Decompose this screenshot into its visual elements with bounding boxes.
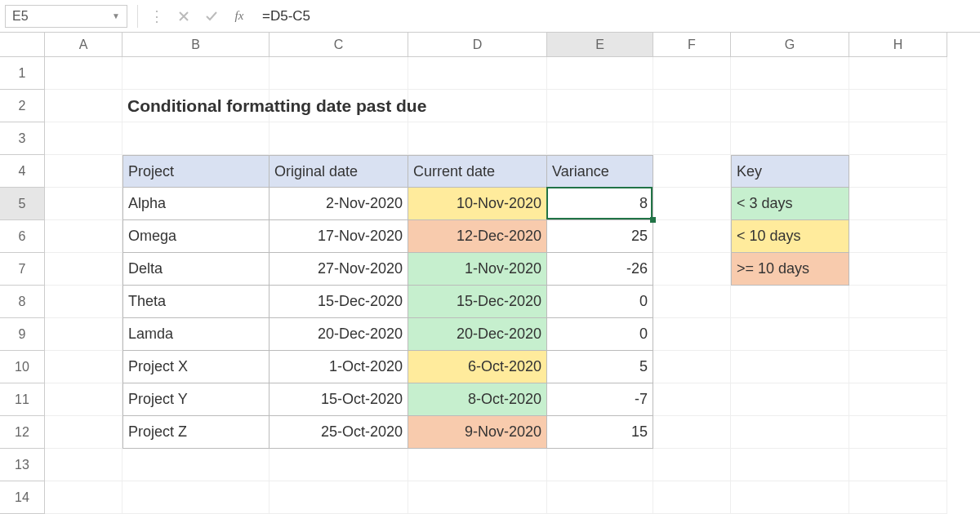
cell-A14[interactable] [45, 481, 122, 514]
cell-D2[interactable] [408, 90, 547, 122]
cell-F4[interactable] [653, 155, 731, 188]
table-row-variance[interactable]: 0 [547, 286, 653, 318]
column-header-H[interactable]: H [849, 33, 947, 57]
column-header-A[interactable]: A [45, 33, 122, 57]
table-row-original-date[interactable]: 2-Nov-2020 [270, 188, 408, 220]
row-header-12[interactable]: 12 [0, 416, 45, 449]
cell-D14[interactable] [408, 481, 547, 514]
cell-F11[interactable] [653, 383, 731, 416]
cell-H4[interactable] [849, 155, 947, 188]
cancel-icon[interactable] [172, 5, 195, 28]
chevron-down-icon[interactable]: ▼ [112, 11, 120, 20]
cell-F5[interactable] [653, 188, 731, 220]
table-row-original-date[interactable]: 1-Oct-2020 [270, 351, 408, 383]
table-row-original-date[interactable]: 15-Dec-2020 [270, 286, 408, 318]
cell-F14[interactable] [653, 481, 731, 514]
cell-G2[interactable] [731, 90, 849, 122]
cell-G1[interactable] [731, 57, 849, 90]
cell-C1[interactable] [270, 57, 408, 90]
cell-E2[interactable] [547, 90, 653, 122]
table-row-current-date[interactable]: 8-Oct-2020 [408, 383, 547, 416]
column-header-D[interactable]: D [408, 33, 547, 57]
table-row-original-date[interactable]: 17-Nov-2020 [270, 220, 408, 253]
table-row-project[interactable]: Theta [122, 286, 270, 318]
cell-B14[interactable] [122, 481, 270, 514]
formula-input[interactable]: =D5-C5 [256, 5, 975, 28]
row-header-1[interactable]: 1 [0, 57, 45, 90]
select-all-corner[interactable] [0, 33, 45, 57]
column-header-F[interactable]: F [653, 33, 731, 57]
cell-F10[interactable] [653, 351, 731, 383]
row-header-3[interactable]: 3 [0, 122, 45, 155]
key-row[interactable]: < 3 days [731, 188, 849, 220]
row-header-11[interactable]: 11 [0, 383, 45, 416]
cell-A1[interactable] [45, 57, 122, 90]
name-box[interactable]: E5 ▼ [5, 5, 127, 28]
cell-D1[interactable] [408, 57, 547, 90]
column-header-B[interactable]: B [122, 33, 270, 57]
cell-E13[interactable] [547, 449, 653, 481]
table-row-project[interactable]: Project X [122, 351, 270, 383]
cell-H2[interactable] [849, 90, 947, 122]
cell-D3[interactable] [408, 122, 547, 155]
table-row-current-date[interactable]: 12-Dec-2020 [408, 220, 547, 253]
cell-H12[interactable] [849, 416, 947, 449]
table-row-current-date[interactable]: 6-Oct-2020 [408, 351, 547, 383]
cell-F3[interactable] [653, 122, 731, 155]
cell-D13[interactable] [408, 449, 547, 481]
key-row[interactable]: >= 10 days [731, 253, 849, 286]
table-row-current-date[interactable]: 20-Dec-2020 [408, 318, 547, 351]
table-row-variance[interactable]: 25 [547, 220, 653, 253]
row-header-4[interactable]: 4 [0, 155, 45, 188]
cell-F9[interactable] [653, 318, 731, 351]
table-header-current-date[interactable]: Current date [408, 155, 547, 188]
cell-F6[interactable] [653, 220, 731, 253]
table-row-project[interactable]: Project Y [122, 383, 270, 416]
cell-C14[interactable] [270, 481, 408, 514]
cell-G10[interactable] [731, 351, 849, 383]
cell-H11[interactable] [849, 383, 947, 416]
enter-check-icon[interactable] [200, 5, 223, 28]
table-row-project[interactable]: Project Z [122, 416, 270, 449]
cell-B1[interactable] [122, 57, 270, 90]
fill-handle[interactable] [650, 217, 656, 223]
row-header-13[interactable]: 13 [0, 449, 45, 481]
cell-G11[interactable] [731, 383, 849, 416]
table-row-project[interactable]: Lamda [122, 318, 270, 351]
cell-grid[interactable]: Conditional formatting date past dueProj… [45, 57, 947, 514]
table-header-original-date[interactable]: Original date [270, 155, 408, 188]
key-header[interactable]: Key [731, 155, 849, 188]
table-row-original-date[interactable]: 20-Dec-2020 [270, 318, 408, 351]
cell-H14[interactable] [849, 481, 947, 514]
table-header-project[interactable]: Project [122, 155, 270, 188]
cell-H6[interactable] [849, 220, 947, 253]
cell-C13[interactable] [270, 449, 408, 481]
table-row-variance[interactable]: 0 [547, 318, 653, 351]
cell-H1[interactable] [849, 57, 947, 90]
cell-E1[interactable] [547, 57, 653, 90]
table-row-current-date[interactable]: 9-Nov-2020 [408, 416, 547, 449]
drag-handle-icon[interactable]: ⋮ [148, 7, 167, 25]
table-row-variance[interactable]: -26 [547, 253, 653, 286]
row-header-8[interactable]: 8 [0, 286, 45, 318]
cell-A5[interactable] [45, 188, 122, 220]
column-header-C[interactable]: C [270, 33, 408, 57]
fx-icon[interactable]: fx [228, 5, 251, 28]
cell-A2[interactable] [45, 90, 122, 122]
cell-G3[interactable] [731, 122, 849, 155]
cell-C3[interactable] [270, 122, 408, 155]
row-header-5[interactable]: 5 [0, 188, 45, 220]
table-row-project[interactable]: Omega [122, 220, 270, 253]
cell-H5[interactable] [849, 188, 947, 220]
row-header-7[interactable]: 7 [0, 253, 45, 286]
cell-F12[interactable] [653, 416, 731, 449]
cell-H10[interactable] [849, 351, 947, 383]
cell-B13[interactable] [122, 449, 270, 481]
cell-A6[interactable] [45, 220, 122, 253]
cell-A10[interactable] [45, 351, 122, 383]
table-row-original-date[interactable]: 25-Oct-2020 [270, 416, 408, 449]
row-header-2[interactable]: 2 [0, 90, 45, 122]
cell-A7[interactable] [45, 253, 122, 286]
cell-F7[interactable] [653, 253, 731, 286]
cell-G13[interactable] [731, 449, 849, 481]
